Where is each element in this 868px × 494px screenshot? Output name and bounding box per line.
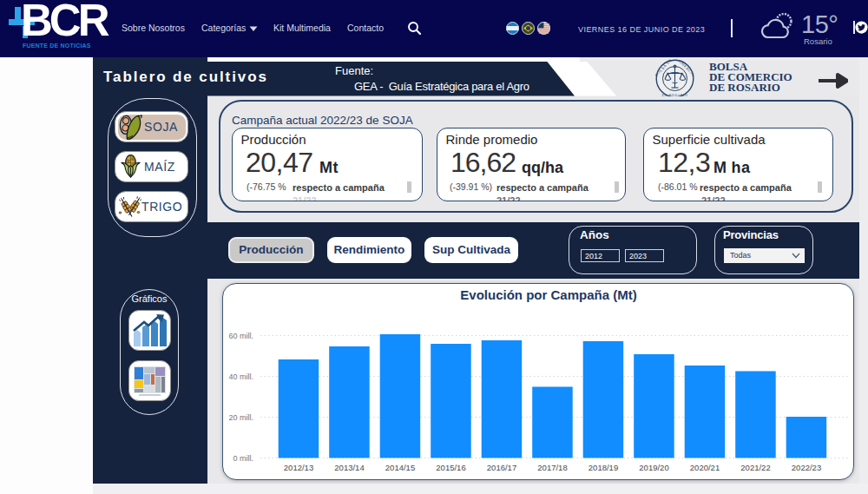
svg-text:20 mill.: 20 mill.	[228, 413, 253, 422]
svg-text:40 mill.: 40 mill.	[228, 372, 253, 381]
svg-text:2022/23: 2022/23	[792, 463, 821, 472]
svg-text:2017/18: 2017/18	[537, 463, 567, 472]
svg-text:2019/20: 2019/20	[639, 463, 668, 472]
svg-text:2013/14: 2013/14	[334, 463, 364, 472]
svg-text:2021/22: 2021/22	[740, 463, 770, 472]
svg-text:60 mill.: 60 mill.	[228, 332, 253, 340]
svg-text:2012/13: 2012/13	[284, 463, 313, 472]
svg-text:2018/19: 2018/19	[589, 463, 618, 472]
svg-text:0 mill.: 0 mill.	[233, 454, 253, 463]
svg-text:2016/17: 2016/17	[487, 463, 516, 472]
svg-text:2020/21: 2020/21	[690, 463, 720, 472]
svg-text:2015/16: 2015/16	[436, 463, 465, 472]
svg-text:2014/15: 2014/15	[385, 463, 415, 472]
